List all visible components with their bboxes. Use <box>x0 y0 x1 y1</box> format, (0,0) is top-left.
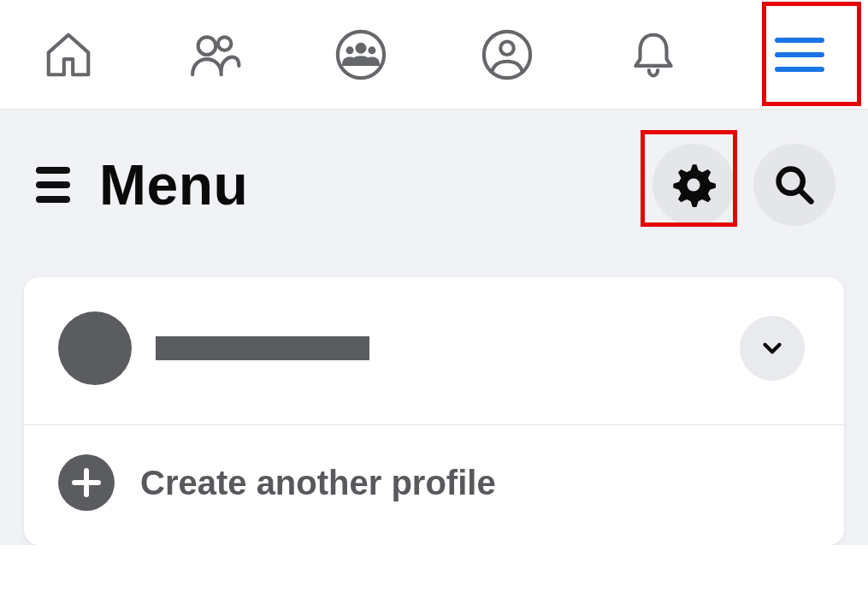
profile-card: Create another profile <box>24 277 844 545</box>
expand-profile-button[interactable] <box>740 316 805 381</box>
menu-section: Menu <box>0 110 868 545</box>
svg-point-7 <box>500 41 514 55</box>
create-profile-button[interactable]: Create another profile <box>24 425 844 545</box>
svg-point-2 <box>338 31 384 77</box>
tutorial-highlight-menu <box>762 2 861 106</box>
friends-icon <box>188 28 241 81</box>
nav-profile[interactable] <box>473 21 541 89</box>
svg-point-0 <box>198 37 216 55</box>
svg-point-4 <box>346 46 354 54</box>
svg-line-10 <box>801 192 812 202</box>
tutorial-highlight-settings <box>641 130 737 227</box>
profile-row[interactable] <box>24 277 844 424</box>
nav-home[interactable] <box>34 21 103 89</box>
plus-icon <box>58 454 115 511</box>
profile-name-redacted <box>156 336 369 360</box>
avatar <box>58 311 132 385</box>
nav-friends[interactable] <box>180 21 249 89</box>
bell-icon <box>627 28 680 81</box>
page-title: Menu <box>99 152 248 217</box>
nav-groups[interactable] <box>327 21 395 89</box>
search-button[interactable] <box>753 144 836 226</box>
search-icon <box>772 163 817 207</box>
nav-notifications[interactable] <box>619 21 688 89</box>
menu-header: Menu <box>0 110 868 277</box>
groups-icon <box>334 28 387 81</box>
chevron-down-icon <box>758 334 787 363</box>
top-nav-bar <box>0 0 868 110</box>
svg-point-1 <box>218 37 232 50</box>
svg-point-3 <box>356 42 367 53</box>
svg-point-5 <box>368 46 375 54</box>
home-icon <box>42 28 95 81</box>
create-profile-label: Create another profile <box>140 464 496 502</box>
menu-hamburger-icon[interactable] <box>36 167 70 203</box>
profile-icon <box>481 28 534 81</box>
